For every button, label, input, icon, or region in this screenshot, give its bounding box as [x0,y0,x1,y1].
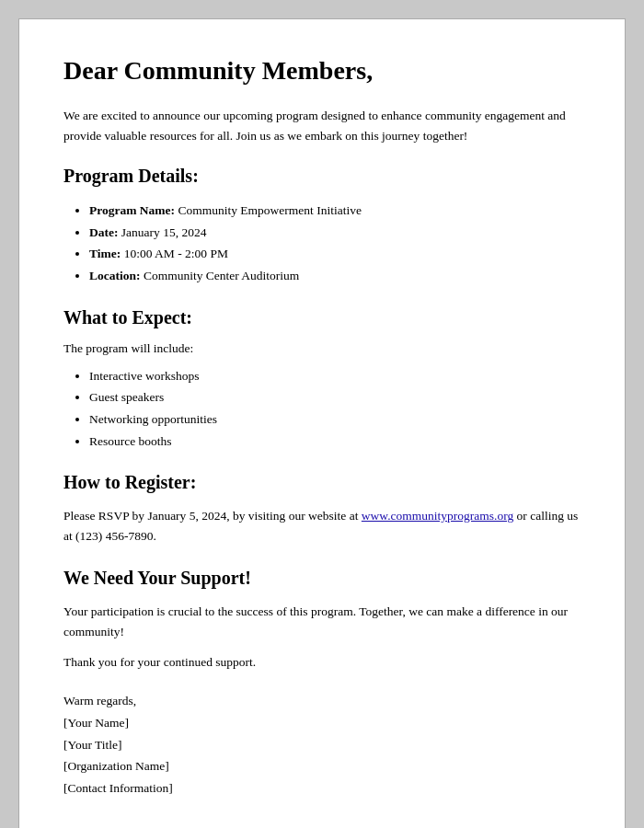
support-section: We Need Your Support! Your participation… [63,568,581,671]
support-paragraph1: Your participation is crucial to the suc… [63,602,581,643]
time-value: 10:00 AM - 2:00 PM [124,247,228,260]
location-value: Community Center Auditorium [144,269,300,282]
program-name-value: Community Empowerment Initiative [178,203,361,217]
what-to-expect-list: Interactive workshops Guest speakers Net… [63,365,581,453]
register-text-before: Please RSVP by January 5, 2024, by visit… [63,509,362,523]
list-item: Networking opportunities [89,408,581,431]
register-text: Please RSVP by January 5, 2024, by visit… [63,506,581,547]
what-to-expect-heading: What to Expect: [63,307,581,328]
signer-org: [Organization Name] [63,755,581,777]
letter-container: Dear Community Members, We are excited t… [18,18,626,828]
register-link[interactable]: www.communityprograms.org [362,509,513,523]
how-to-register-section: How to Register: Please RSVP by January … [63,472,581,547]
date-value: January 15, 2024 [121,225,207,239]
program-details-list: Program Name: Community Empowerment Init… [63,200,581,287]
list-item: Date: January 15, 2024 [89,222,581,244]
list-item: Location: Community Center Auditorium [89,265,581,287]
support-heading: We Need Your Support! [63,568,581,589]
program-name-label: Program Name: [89,203,175,217]
location-label: Location: [89,269,141,282]
date-label: Date: [89,225,118,239]
salutation: Dear Community Members, [63,56,581,86]
signer-name: [Your Name] [63,712,581,734]
thank-you-paragraph: Thank you for your continued support. [63,655,581,670]
program-details-section: Program Details: Program Name: Community… [63,166,581,287]
signature-block: Warm regards, [Your Name] [Your Title] [… [63,690,581,799]
program-details-heading: Program Details: [63,166,581,187]
warm-regards: Warm regards, [63,690,581,712]
signer-title: [Your Title] [63,734,581,756]
list-item: Time: 10:00 AM - 2:00 PM [89,243,581,265]
signer-contact: [Contact Information] [63,777,581,799]
what-to-expect-intro: The program will include: [63,341,581,356]
time-label: Time: [89,247,121,260]
list-item: Interactive workshops [89,365,581,387]
intro-paragraph: We are excited to announce our upcoming … [63,106,581,145]
list-item: Program Name: Community Empowerment Init… [89,200,581,222]
list-item: Guest speakers [89,386,581,408]
list-item: Resource booths [89,431,581,453]
what-to-expect-section: What to Expect: The program will include… [63,307,581,453]
how-to-register-heading: How to Register: [63,472,581,493]
